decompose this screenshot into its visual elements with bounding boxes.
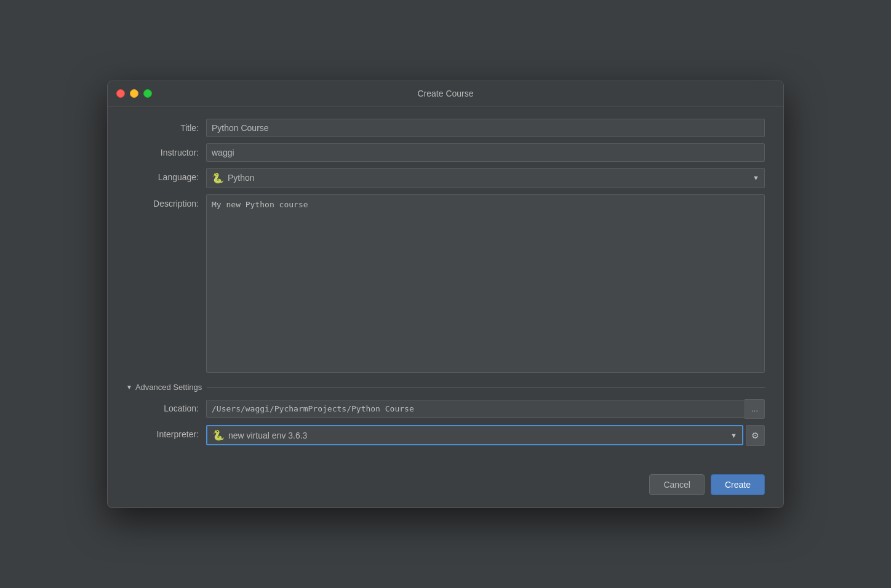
- location-row: Location: ...: [126, 399, 765, 419]
- dialog-footer: Cancel Create: [108, 464, 783, 507]
- location-label: Location:: [126, 399, 206, 413]
- language-select[interactable]: 🐍 Python ▼: [206, 168, 765, 188]
- interpreter-python-icon: 🐍: [212, 429, 225, 441]
- advanced-arrow-icon: ▼: [126, 384, 132, 391]
- description-textarea[interactable]: My new Python course: [206, 194, 765, 373]
- window-title: Create Course: [417, 89, 473, 98]
- language-value: Python: [228, 173, 753, 183]
- instructor-label: Instructor:: [126, 143, 206, 157]
- advanced-settings-divider: ▼ Advanced Settings: [126, 383, 765, 392]
- interpreter-settings-button[interactable]: ⚙: [746, 425, 765, 446]
- close-button[interactable]: [116, 89, 125, 98]
- language-label: Language:: [126, 168, 206, 182]
- advanced-settings-label: Advanced Settings: [135, 383, 202, 392]
- browse-button[interactable]: ...: [745, 399, 765, 419]
- maximize-button[interactable]: [143, 89, 152, 98]
- title-label: Title:: [126, 119, 206, 133]
- interpreter-input-group: 🐍 new virtual env 3.6.3 ▼ ⚙: [206, 425, 765, 446]
- language-select-wrapper: 🐍 Python ▼: [206, 168, 765, 188]
- gear-icon: ⚙: [751, 431, 759, 440]
- minimize-button[interactable]: [130, 89, 138, 98]
- dialog: Create Course Title: Instructor: Languag…: [107, 81, 784, 508]
- title-input[interactable]: [206, 119, 765, 137]
- title-row: Title:: [126, 119, 765, 137]
- description-label: Description:: [126, 194, 206, 209]
- location-input[interactable]: [206, 400, 745, 418]
- dialog-body: Title: Instructor: Language: 🐍 Python ▼ …: [108, 106, 783, 464]
- interpreter-value: new virtual env 3.6.3: [228, 431, 727, 440]
- instructor-row: Instructor:: [126, 143, 765, 162]
- title-bar: Create Course: [108, 81, 783, 106]
- interpreter-label: Interpreter:: [126, 425, 206, 439]
- language-dropdown-arrow: ▼: [753, 174, 759, 181]
- instructor-input[interactable]: [206, 143, 765, 162]
- interpreter-row: Interpreter: 🐍 new virtual env 3.6.3 ▼ ⚙: [126, 425, 765, 446]
- interpreter-dropdown-arrow: ▼: [730, 432, 737, 439]
- traffic-lights: [116, 89, 152, 98]
- advanced-settings-content: Location: ... Interpreter: 🐍 new virtual…: [126, 399, 765, 446]
- advanced-settings-toggle[interactable]: ▼ Advanced Settings: [126, 383, 202, 392]
- cancel-button[interactable]: Cancel: [649, 474, 705, 495]
- interpreter-select[interactable]: 🐍 new virtual env 3.6.3 ▼: [206, 425, 743, 445]
- python-language-icon: 🐍: [212, 172, 224, 184]
- location-input-group: ...: [206, 399, 765, 419]
- description-row: Description: My new Python course: [126, 194, 765, 373]
- create-button[interactable]: Create: [711, 474, 765, 495]
- language-row: Language: 🐍 Python ▼: [126, 168, 765, 188]
